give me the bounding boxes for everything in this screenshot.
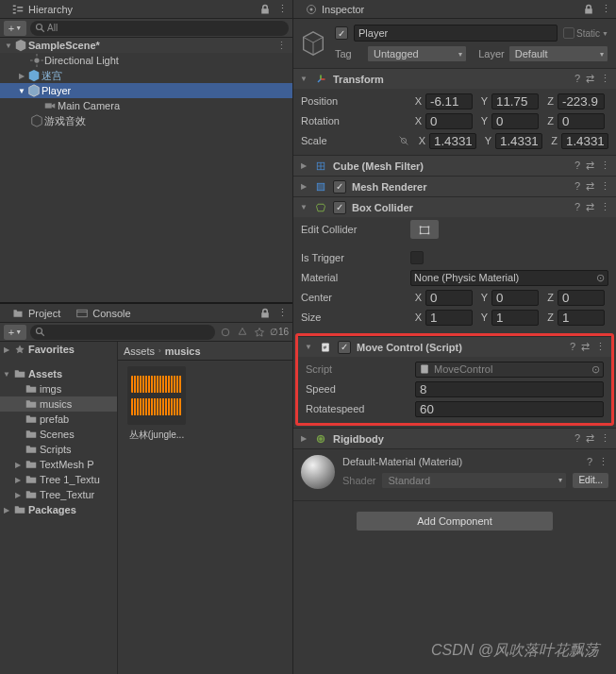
enable-checkbox[interactable]: ✓ xyxy=(333,180,346,194)
layer-dropdown[interactable]: Default xyxy=(508,45,608,62)
shader-dropdown[interactable]: Standard xyxy=(381,472,567,489)
packages-folder[interactable]: ▶ Packages xyxy=(0,502,117,517)
preset-icon[interactable]: ⇄ xyxy=(586,201,594,213)
folder-row[interactable]: ▶TextMesh P xyxy=(0,457,117,472)
position-z[interactable] xyxy=(558,93,605,110)
position-y[interactable] xyxy=(491,93,539,110)
foldout-icon[interactable]: ▶ xyxy=(13,491,23,499)
project-tab[interactable]: Project xyxy=(4,305,68,322)
movecontrol-header[interactable]: ▼ # ✓ Move Control (Script) ?⇄⋮ xyxy=(298,336,611,357)
foldout-icon[interactable]: ▶ xyxy=(299,161,308,170)
help-icon[interactable]: ? xyxy=(574,201,580,213)
meshfilter-header[interactable]: ▶ Cube (Mesh Filter) ?⇄⋮ xyxy=(293,155,616,176)
enable-checkbox[interactable]: ✓ xyxy=(333,201,346,214)
help-icon[interactable]: ? xyxy=(574,180,580,193)
filter-icon[interactable] xyxy=(219,326,232,339)
preset-icon[interactable]: ⇄ xyxy=(586,432,594,445)
filter-type-icon[interactable] xyxy=(236,326,249,339)
foldout-icon[interactable]: ▶ xyxy=(17,72,26,80)
create-button[interactable]: +▼ xyxy=(4,325,26,340)
folder-row[interactable]: Scenes xyxy=(0,427,117,442)
folder-row[interactable]: Scripts xyxy=(0,442,117,457)
foldout-icon[interactable]: ▶ xyxy=(299,434,308,443)
foldout-icon[interactable]: ▼ xyxy=(304,343,313,351)
preset-icon[interactable]: ⇄ xyxy=(581,341,590,353)
context-menu-icon[interactable]: ⋮ xyxy=(600,160,610,172)
foldout-icon[interactable]: ▶ xyxy=(2,506,11,514)
context-menu-icon[interactable]: ⋮ xyxy=(598,456,608,468)
folder-row[interactable]: ▶Tree_Textur xyxy=(0,487,117,502)
meshrenderer-header[interactable]: ▶ ✓ Mesh Renderer ?⇄⋮ xyxy=(293,176,616,196)
hierarchy-item[interactable]: Directional Light xyxy=(0,53,292,68)
center-z[interactable] xyxy=(558,290,605,306)
foldout-icon[interactable]: ▶ xyxy=(13,461,23,469)
preset-icon[interactable]: ⇄ xyxy=(586,73,594,85)
rigidbody-header[interactable]: ▶ Rigidbody ?⇄⋮ xyxy=(293,428,616,448)
context-menu-icon[interactable]: ⋮ xyxy=(275,3,289,16)
context-menu-icon[interactable]: ⋮ xyxy=(276,40,292,52)
inspector-tab[interactable]: Inspector xyxy=(297,1,372,18)
rotatespeed-field[interactable] xyxy=(415,401,604,417)
rotation-z[interactable] xyxy=(558,113,605,129)
add-component-button[interactable]: Add Component xyxy=(356,511,554,531)
context-menu-icon[interactable]: ⋮ xyxy=(595,341,606,353)
tag-dropdown[interactable]: Untagged xyxy=(367,45,467,62)
foldout-icon[interactable]: ▶ xyxy=(299,182,308,191)
boxcollider-header[interactable]: ▼ ✓ Box Collider ?⇄⋮ xyxy=(293,196,616,217)
center-y[interactable] xyxy=(491,290,539,306)
context-menu-icon[interactable]: ⋮ xyxy=(600,432,610,445)
foldout-icon[interactable]: ▼ xyxy=(299,75,308,83)
context-menu-icon[interactable]: ⋮ xyxy=(600,201,610,213)
hierarchy-item-selected[interactable]: ▼ Player xyxy=(0,83,292,98)
size-x[interactable] xyxy=(425,310,473,326)
object-picker-icon[interactable]: ⊙ xyxy=(592,270,608,285)
create-button[interactable]: +▼ xyxy=(4,21,26,36)
preset-icon[interactable]: ⇄ xyxy=(586,180,594,193)
lock-icon[interactable] xyxy=(258,307,272,320)
project-search[interactable] xyxy=(30,325,215,340)
hierarchy-tab[interactable]: Hierarchy xyxy=(4,1,80,18)
hierarchy-search[interactable]: All xyxy=(30,21,289,36)
hidden-count[interactable]: ∅16 xyxy=(270,327,289,337)
context-menu-icon[interactable]: ⋮ xyxy=(599,3,612,16)
favorites-row[interactable]: ▶ Favorites xyxy=(0,342,117,357)
crumb[interactable]: musics xyxy=(165,345,201,357)
is-trigger-checkbox[interactable] xyxy=(410,251,424,264)
center-x[interactable] xyxy=(425,290,473,306)
transform-header[interactable]: ▼ Transform ?⇄⋮ xyxy=(293,68,616,89)
folder-row[interactable]: ▶Tree 1_Textu xyxy=(0,472,117,487)
hierarchy-item[interactable]: Main Camera xyxy=(0,98,292,113)
help-icon[interactable]: ? xyxy=(574,160,580,172)
scale-y[interactable] xyxy=(495,133,542,149)
folder-row[interactable]: prefab xyxy=(0,412,117,427)
scale-z[interactable] xyxy=(561,133,608,149)
lock-icon[interactable] xyxy=(258,3,272,16)
hierarchy-item[interactable]: 游戏音效 xyxy=(0,113,292,128)
scale-x[interactable] xyxy=(429,133,476,149)
help-icon[interactable]: ? xyxy=(574,432,580,445)
link-icon[interactable] xyxy=(397,134,410,147)
preset-icon[interactable]: ⇄ xyxy=(586,160,594,172)
context-menu-icon[interactable]: ⋮ xyxy=(600,73,610,85)
breadcrumb[interactable]: Assets › musics xyxy=(118,342,292,361)
enable-checkbox[interactable]: ✓ xyxy=(338,341,351,354)
gameobject-icon[interactable] xyxy=(297,27,329,59)
edit-collider-button[interactable] xyxy=(410,220,439,239)
context-menu-icon[interactable]: ⋮ xyxy=(600,180,610,193)
scene-row[interactable]: ▼ SampleScene* ⋮ xyxy=(0,38,292,53)
edit-button[interactable]: Edit... xyxy=(573,473,608,488)
crumb[interactable]: Assets xyxy=(124,345,155,357)
lock-icon[interactable] xyxy=(582,3,595,16)
context-menu-icon[interactable]: ⋮ xyxy=(275,307,289,320)
foldout-icon[interactable]: ▶ xyxy=(13,476,23,484)
foldout-icon[interactable]: ▼ xyxy=(17,87,26,95)
help-icon[interactable]: ? xyxy=(574,73,580,85)
speed-field[interactable] xyxy=(415,381,604,397)
favorite-icon[interactable] xyxy=(253,326,266,339)
foldout-icon[interactable]: ▼ xyxy=(299,203,308,211)
rotation-x[interactable] xyxy=(425,113,473,129)
foldout-icon[interactable]: ▼ xyxy=(2,370,11,379)
help-icon[interactable]: ? xyxy=(570,341,575,353)
foldout-icon[interactable]: ▶ xyxy=(2,345,11,354)
position-x[interactable] xyxy=(425,93,473,110)
